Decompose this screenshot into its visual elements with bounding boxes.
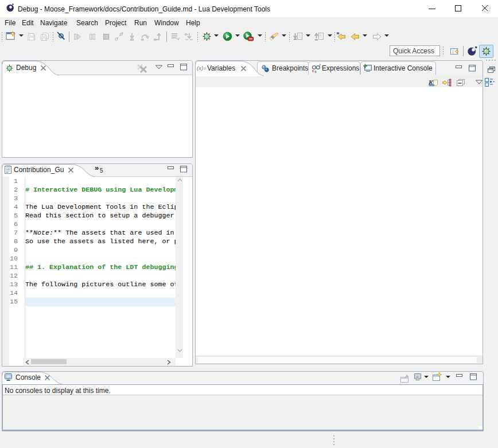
svg-text:K: K <box>429 79 433 85</box>
